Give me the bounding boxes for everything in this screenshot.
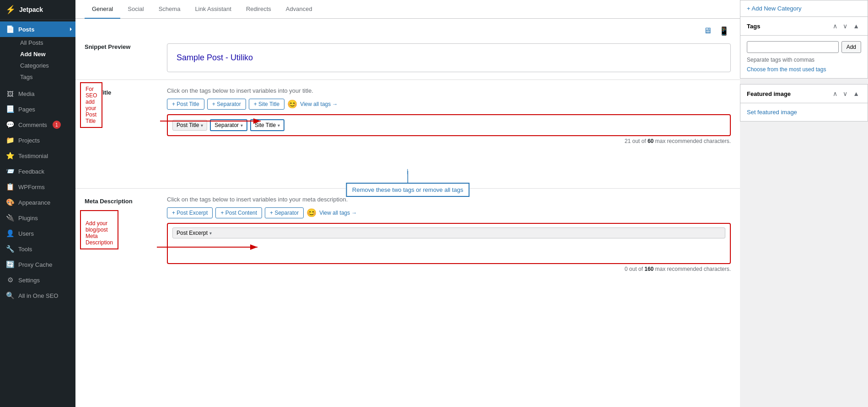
add-new-category-link[interactable]: + Add New Category (747, 5, 802, 12)
meta-desc-annotation-box: Add your blog/post Meta Description (80, 210, 118, 249)
tab-general[interactable]: General (85, 0, 120, 19)
meta-token-area: Post Excerpt ▾ (167, 223, 731, 264)
meta-token-label: Post Excerpt (177, 230, 208, 236)
post-title-row: Post Title Click on the tags below to in… (85, 87, 731, 144)
projects-icon: 📁 (5, 136, 15, 144)
desktop-icon[interactable]: 🖥 (702, 24, 713, 38)
token-separator-label: Separator (214, 122, 239, 128)
sidebar-item-users[interactable]: 👤 Users (0, 226, 75, 241)
sidebar-item-wpforms[interactable]: 📋 WPForms (0, 179, 75, 195)
tag-input-row: Add (747, 41, 861, 53)
content-layout: General Social Schema Link Assistant Red… (75, 0, 868, 407)
meta-desc-tag-buttons: + Post Excerpt + Post Content + Separato… (167, 207, 731, 218)
sidebar-categories[interactable]: Categories (15, 60, 75, 71)
post-content-btn[interactable]: + Post Content (215, 207, 262, 218)
sidebar-item-pages[interactable]: 📃 Pages (0, 101, 75, 117)
tab-link-assistant[interactable]: Link Assistant (188, 0, 239, 19)
set-featured-image-link[interactable]: Set featured image (747, 109, 797, 116)
choose-tags-link[interactable]: Choose from the most used tags (747, 66, 826, 73)
posts-icon: 📄 (5, 25, 15, 33)
post-excerpt-btn[interactable]: + Post Excerpt (167, 207, 213, 218)
meta-description-section: Meta Description Click on the tags below… (75, 189, 740, 280)
testimonial-icon: ⭐ (5, 152, 15, 160)
sidebar-item-all-in-one-seo[interactable]: 🔍 All in One SEO (0, 288, 75, 303)
sidebar-item-appearance[interactable]: 🎨 Appearance (0, 195, 75, 210)
add-category-section: + Add New Category (740, 0, 868, 16)
sidebar-item-media[interactable]: 🖼 Media (0, 86, 75, 101)
site-title-btn[interactable]: + Site Title (249, 99, 284, 110)
sidebar-nav-section: 🖼 Media 📃 Pages 💬 Comments 1 📁 Projects … (0, 85, 75, 305)
post-title-content: Click on the tags below to insert variab… (167, 87, 731, 144)
sidebar-item-posts[interactable]: 📄 Posts (0, 21, 75, 37)
settings-icon: ⚙ (5, 276, 15, 284)
post-title-tag-buttons: + Post Title + Separator + Site Title 😊 … (167, 99, 731, 110)
meta-separator-btn[interactable]: + Separator (265, 207, 304, 218)
right-sidebar: + Add New Category Tags ∧ ∨ ▲ Add (740, 0, 868, 407)
featured-collapse-down-btn[interactable]: ∨ (841, 89, 849, 98)
snippet-preview-box: Sample Post - Utiliko (167, 43, 731, 72)
snippet-preview-section: Snippet Preview Sample Post - Utiliko (75, 43, 740, 79)
token-post-title-label: Post Title (177, 122, 199, 128)
sidebar-item-tools[interactable]: 🔧 Tools (0, 241, 75, 257)
sidebar-logo[interactable]: ⚡ Jetpack (0, 0, 75, 20)
comments-icon: 💬 (5, 121, 15, 129)
tab-schema[interactable]: Schema (151, 0, 188, 19)
sidebar-pages-label: Pages (18, 106, 35, 113)
mobile-icon[interactable]: 📱 (717, 24, 731, 38)
token-post-title-arrow: ▾ (201, 123, 203, 128)
device-icons-row: 🖥 📱 (75, 19, 740, 43)
token-site-title-label: Site Title (255, 122, 276, 128)
sidebar-testimonial-label: Testimonial (18, 153, 48, 159)
meta-desc-char-count: 0 out of 160 max recommended characters. (167, 266, 731, 272)
pages-icon: 📃 (5, 105, 15, 113)
tab-social[interactable]: Social (120, 0, 151, 19)
featured-image-controls: ∧ ∨ ▲ (831, 89, 861, 98)
tools-icon: 🔧 (5, 245, 15, 253)
featured-close-btn[interactable]: ▲ (851, 89, 861, 98)
sidebar-all-posts[interactable]: All Posts (15, 37, 75, 48)
view-all-tags-link[interactable]: View all tags → (300, 101, 338, 107)
token-site-title[interactable]: Site Title ▾ (250, 119, 284, 131)
meta-emoji-btn[interactable]: 😊 (306, 208, 316, 218)
tag-text-input[interactable] (747, 41, 839, 53)
tags-collapse-up-btn[interactable]: ∧ (831, 21, 839, 31)
sidebar-feedback-label: Feedback (18, 168, 44, 175)
tags-sub-text: Separate tags with commas (747, 57, 861, 63)
sidebar-posts-section: 📄 Posts All Posts Add New Categories Tag… (0, 20, 75, 85)
meta-annotation-text: Add your blog/post Meta Description (86, 220, 113, 246)
media-icon: 🖼 (5, 90, 15, 98)
post-title-btn[interactable]: + Post Title (167, 99, 204, 110)
emoji-btn[interactable]: 😊 (287, 99, 297, 109)
jetpack-icon: ⚡ (5, 5, 16, 15)
tags-close-btn[interactable]: ▲ (851, 21, 861, 31)
appearance-icon: 🎨 (5, 198, 15, 206)
sidebar-item-projects[interactable]: 📁 Projects (0, 132, 75, 148)
token-separator[interactable]: Separator ▾ (210, 119, 247, 131)
tags-collapse-down-btn[interactable]: ∨ (841, 21, 849, 31)
sidebar-item-settings[interactable]: ⚙ Settings (0, 272, 75, 288)
featured-image-panel: Featured image ∧ ∨ ▲ Set featured image (740, 84, 868, 122)
sidebar-appearance-label: Appearance (18, 199, 50, 206)
sidebar-projects-label: Projects (18, 137, 40, 144)
sidebar-comments-label: Comments (18, 122, 47, 128)
tab-redirects[interactable]: Redirects (239, 0, 279, 19)
sidebar-users-label: Users (18, 230, 34, 237)
sidebar-item-feedback[interactable]: 📨 Feedback (0, 164, 75, 179)
meta-token-post-excerpt[interactable]: Post Excerpt ▾ (172, 227, 725, 238)
sidebar-item-testimonial[interactable]: ⭐ Testimonial (0, 148, 75, 164)
token-post-title[interactable]: Post Title ▾ (172, 120, 207, 131)
sidebar-item-proxy-cache[interactable]: 🔄 Proxy Cache (0, 257, 75, 272)
separator-btn[interactable]: + Separator (207, 99, 246, 110)
sidebar-tags[interactable]: Tags (15, 71, 75, 83)
sidebar-item-plugins[interactable]: 🔌 Plugins (0, 210, 75, 226)
sidebar-add-new[interactable]: Add New (15, 48, 75, 60)
center-panel: General Social Schema Link Assistant Red… (75, 0, 740, 407)
featured-collapse-up-btn[interactable]: ∧ (831, 89, 839, 98)
tab-advanced[interactable]: Advanced (279, 0, 320, 19)
sidebar-item-comments[interactable]: 💬 Comments 1 (0, 117, 75, 132)
meta-desc-content: Click on the tags below to insert variab… (167, 196, 731, 272)
tags-panel-body: Add Separate tags with commas Choose fro… (740, 36, 868, 78)
tag-add-button[interactable]: Add (841, 41, 861, 53)
meta-view-all-link[interactable]: View all tags → (319, 210, 357, 216)
meta-desc-label: Meta Description (85, 198, 158, 205)
